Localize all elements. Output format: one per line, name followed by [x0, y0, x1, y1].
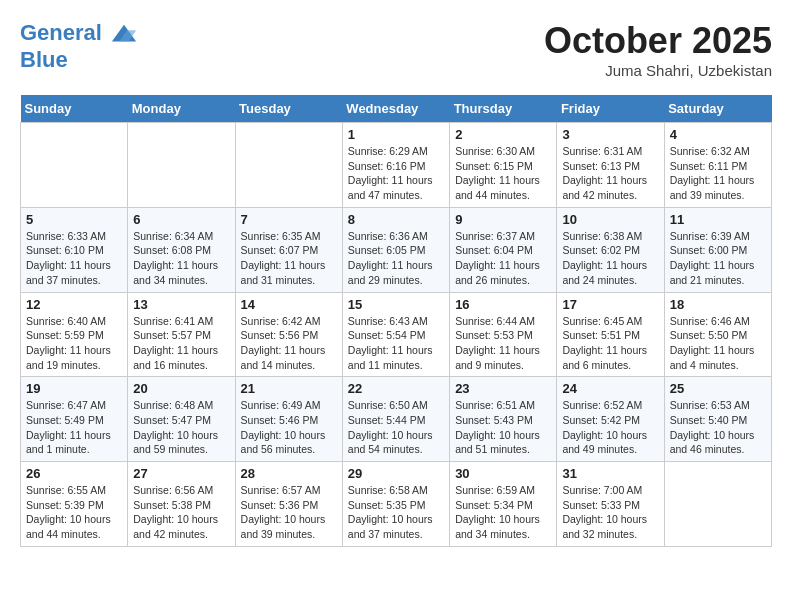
day-info: Sunrise: 6:42 AM Sunset: 5:56 PM Dayligh…	[241, 314, 337, 373]
day-number: 6	[133, 212, 229, 227]
day-info: Sunrise: 6:34 AM Sunset: 6:08 PM Dayligh…	[133, 229, 229, 288]
calendar-week-row: 26Sunrise: 6:55 AM Sunset: 5:39 PM Dayli…	[21, 462, 772, 547]
day-info: Sunrise: 6:31 AM Sunset: 6:13 PM Dayligh…	[562, 144, 658, 203]
day-info: Sunrise: 6:57 AM Sunset: 5:36 PM Dayligh…	[241, 483, 337, 542]
day-number: 30	[455, 466, 551, 481]
day-number: 18	[670, 297, 766, 312]
weekday-header-tuesday: Tuesday	[235, 95, 342, 123]
calendar-cell: 16Sunrise: 6:44 AM Sunset: 5:53 PM Dayli…	[450, 292, 557, 377]
day-number: 9	[455, 212, 551, 227]
calendar-cell: 22Sunrise: 6:50 AM Sunset: 5:44 PM Dayli…	[342, 377, 449, 462]
calendar-cell: 27Sunrise: 6:56 AM Sunset: 5:38 PM Dayli…	[128, 462, 235, 547]
day-number: 28	[241, 466, 337, 481]
calendar-cell: 5Sunrise: 6:33 AM Sunset: 6:10 PM Daylig…	[21, 207, 128, 292]
day-number: 16	[455, 297, 551, 312]
day-info: Sunrise: 6:29 AM Sunset: 6:16 PM Dayligh…	[348, 144, 444, 203]
calendar-cell: 8Sunrise: 6:36 AM Sunset: 6:05 PM Daylig…	[342, 207, 449, 292]
location: Juma Shahri, Uzbekistan	[544, 62, 772, 79]
day-info: Sunrise: 6:43 AM Sunset: 5:54 PM Dayligh…	[348, 314, 444, 373]
day-number: 27	[133, 466, 229, 481]
calendar-cell	[21, 123, 128, 208]
day-info: Sunrise: 6:30 AM Sunset: 6:15 PM Dayligh…	[455, 144, 551, 203]
calendar-cell: 19Sunrise: 6:47 AM Sunset: 5:49 PM Dayli…	[21, 377, 128, 462]
weekday-header-wednesday: Wednesday	[342, 95, 449, 123]
calendar-cell: 4Sunrise: 6:32 AM Sunset: 6:11 PM Daylig…	[664, 123, 771, 208]
calendar-cell: 18Sunrise: 6:46 AM Sunset: 5:50 PM Dayli…	[664, 292, 771, 377]
calendar-cell	[128, 123, 235, 208]
calendar-week-row: 19Sunrise: 6:47 AM Sunset: 5:49 PM Dayli…	[21, 377, 772, 462]
day-info: Sunrise: 6:53 AM Sunset: 5:40 PM Dayligh…	[670, 398, 766, 457]
day-info: Sunrise: 6:44 AM Sunset: 5:53 PM Dayligh…	[455, 314, 551, 373]
day-number: 19	[26, 381, 122, 396]
weekday-header-thursday: Thursday	[450, 95, 557, 123]
day-info: Sunrise: 6:52 AM Sunset: 5:42 PM Dayligh…	[562, 398, 658, 457]
calendar-cell: 21Sunrise: 6:49 AM Sunset: 5:46 PM Dayli…	[235, 377, 342, 462]
day-info: Sunrise: 6:39 AM Sunset: 6:00 PM Dayligh…	[670, 229, 766, 288]
day-number: 13	[133, 297, 229, 312]
calendar-cell: 23Sunrise: 6:51 AM Sunset: 5:43 PM Dayli…	[450, 377, 557, 462]
day-info: Sunrise: 6:40 AM Sunset: 5:59 PM Dayligh…	[26, 314, 122, 373]
day-number: 3	[562, 127, 658, 142]
month-title: October 2025	[544, 20, 772, 62]
calendar-cell	[664, 462, 771, 547]
calendar-cell: 13Sunrise: 6:41 AM Sunset: 5:57 PM Dayli…	[128, 292, 235, 377]
day-number: 24	[562, 381, 658, 396]
calendar-cell: 17Sunrise: 6:45 AM Sunset: 5:51 PM Dayli…	[557, 292, 664, 377]
day-number: 15	[348, 297, 444, 312]
page-header: General Blue October 2025 Juma Shahri, U…	[20, 20, 772, 79]
logo-blue: Blue	[20, 48, 138, 72]
day-number: 1	[348, 127, 444, 142]
calendar-cell: 11Sunrise: 6:39 AM Sunset: 6:00 PM Dayli…	[664, 207, 771, 292]
logo-icon	[110, 20, 138, 48]
day-number: 22	[348, 381, 444, 396]
calendar-cell: 1Sunrise: 6:29 AM Sunset: 6:16 PM Daylig…	[342, 123, 449, 208]
calendar-table: SundayMondayTuesdayWednesdayThursdayFrid…	[20, 95, 772, 547]
calendar-cell: 24Sunrise: 6:52 AM Sunset: 5:42 PM Dayli…	[557, 377, 664, 462]
day-number: 5	[26, 212, 122, 227]
weekday-header-friday: Friday	[557, 95, 664, 123]
day-number: 17	[562, 297, 658, 312]
day-info: Sunrise: 7:00 AM Sunset: 5:33 PM Dayligh…	[562, 483, 658, 542]
calendar-cell: 20Sunrise: 6:48 AM Sunset: 5:47 PM Dayli…	[128, 377, 235, 462]
day-number: 21	[241, 381, 337, 396]
weekday-header-monday: Monday	[128, 95, 235, 123]
day-info: Sunrise: 6:33 AM Sunset: 6:10 PM Dayligh…	[26, 229, 122, 288]
day-info: Sunrise: 6:59 AM Sunset: 5:34 PM Dayligh…	[455, 483, 551, 542]
calendar-cell: 3Sunrise: 6:31 AM Sunset: 6:13 PM Daylig…	[557, 123, 664, 208]
day-number: 25	[670, 381, 766, 396]
day-number: 31	[562, 466, 658, 481]
day-info: Sunrise: 6:46 AM Sunset: 5:50 PM Dayligh…	[670, 314, 766, 373]
weekday-header-sunday: Sunday	[21, 95, 128, 123]
day-number: 26	[26, 466, 122, 481]
calendar-cell: 15Sunrise: 6:43 AM Sunset: 5:54 PM Dayli…	[342, 292, 449, 377]
day-info: Sunrise: 6:36 AM Sunset: 6:05 PM Dayligh…	[348, 229, 444, 288]
day-info: Sunrise: 6:58 AM Sunset: 5:35 PM Dayligh…	[348, 483, 444, 542]
calendar-cell: 28Sunrise: 6:57 AM Sunset: 5:36 PM Dayli…	[235, 462, 342, 547]
day-info: Sunrise: 6:50 AM Sunset: 5:44 PM Dayligh…	[348, 398, 444, 457]
calendar-cell: 6Sunrise: 6:34 AM Sunset: 6:08 PM Daylig…	[128, 207, 235, 292]
day-number: 12	[26, 297, 122, 312]
calendar-cell: 7Sunrise: 6:35 AM Sunset: 6:07 PM Daylig…	[235, 207, 342, 292]
calendar-cell: 30Sunrise: 6:59 AM Sunset: 5:34 PM Dayli…	[450, 462, 557, 547]
day-number: 8	[348, 212, 444, 227]
day-number: 11	[670, 212, 766, 227]
day-number: 14	[241, 297, 337, 312]
day-info: Sunrise: 6:47 AM Sunset: 5:49 PM Dayligh…	[26, 398, 122, 457]
calendar-cell: 25Sunrise: 6:53 AM Sunset: 5:40 PM Dayli…	[664, 377, 771, 462]
calendar-week-row: 1Sunrise: 6:29 AM Sunset: 6:16 PM Daylig…	[21, 123, 772, 208]
calendar-cell: 26Sunrise: 6:55 AM Sunset: 5:39 PM Dayli…	[21, 462, 128, 547]
calendar-cell: 9Sunrise: 6:37 AM Sunset: 6:04 PM Daylig…	[450, 207, 557, 292]
day-info: Sunrise: 6:41 AM Sunset: 5:57 PM Dayligh…	[133, 314, 229, 373]
day-number: 29	[348, 466, 444, 481]
calendar-cell: 29Sunrise: 6:58 AM Sunset: 5:35 PM Dayli…	[342, 462, 449, 547]
day-number: 4	[670, 127, 766, 142]
day-info: Sunrise: 6:55 AM Sunset: 5:39 PM Dayligh…	[26, 483, 122, 542]
day-number: 20	[133, 381, 229, 396]
logo: General Blue	[20, 20, 138, 72]
day-info: Sunrise: 6:32 AM Sunset: 6:11 PM Dayligh…	[670, 144, 766, 203]
day-info: Sunrise: 6:51 AM Sunset: 5:43 PM Dayligh…	[455, 398, 551, 457]
day-info: Sunrise: 6:49 AM Sunset: 5:46 PM Dayligh…	[241, 398, 337, 457]
weekday-header-row: SundayMondayTuesdayWednesdayThursdayFrid…	[21, 95, 772, 123]
calendar-cell	[235, 123, 342, 208]
day-number: 7	[241, 212, 337, 227]
